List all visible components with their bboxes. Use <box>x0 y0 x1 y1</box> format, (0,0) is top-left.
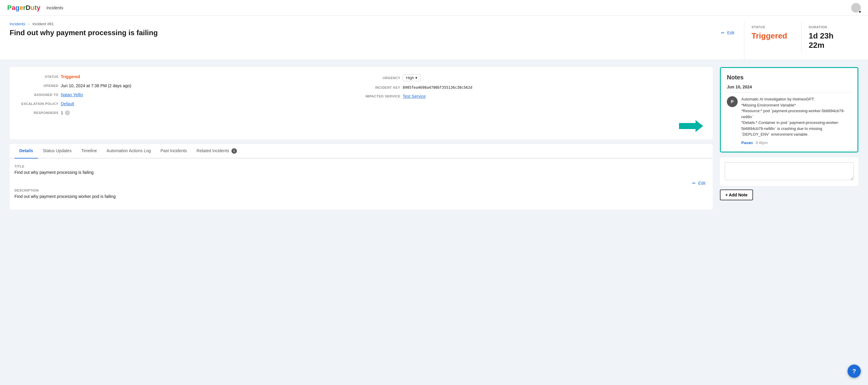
help-fab-button[interactable]: ? <box>847 364 861 378</box>
description-field-label: DESCRIPTION <box>14 189 708 192</box>
impacted-service-field-label: IMPACTED SERVICE <box>361 94 400 98</box>
tab-details-label: Details <box>19 148 33 153</box>
note-author-row: Pavan 8:46pm <box>741 140 851 146</box>
info-right-column: URGENCY High ▾ INCIDENT KEY 8905fea4698a… <box>361 74 703 115</box>
note-item: P Automatic AI Investigation by HolmesGP… <box>727 96 851 146</box>
description-edit-button[interactable]: Edit <box>690 180 708 187</box>
note-text-line2: *Missing Environment Variable* <box>741 102 851 108</box>
incident-header: Incidents › Incident #81 Find out why pa… <box>0 15 868 60</box>
title-field-label: TITLE <box>14 164 708 168</box>
escalation-field-label: ESCALATION POLICY <box>19 102 58 105</box>
status-value: Triggered <box>751 31 794 41</box>
urgency-dropdown[interactable]: High ▾ <box>403 74 421 81</box>
info-row-incident-key: INCIDENT KEY 8905fea4698a4780bf355136c30… <box>361 86 703 90</box>
nav-incidents[interactable]: Incidents <box>46 5 63 10</box>
avatar-status-dot <box>858 10 861 13</box>
opened-field-value: Jun 10, 2024 at 7:38 PM (2 days ago) <box>61 83 131 88</box>
escalation-field-value[interactable]: Default <box>61 101 74 106</box>
tab-timeline[interactable]: Timeline <box>76 144 102 159</box>
duration-section: DURATION 1d 23h 22m <box>801 22 858 54</box>
tab-automation-actions[interactable]: Automation Actions Log <box>102 144 156 159</box>
tabs-navigation: Details Status Updates Timeline Automati… <box>10 144 713 159</box>
duration-value: 1d 23h 22m <box>809 31 851 50</box>
notes-card: Notes Jun 10, 2024 P Automatic AI Invest… <box>720 67 858 153</box>
breadcrumb-incident-number: Incident #81 <box>32 22 54 26</box>
incident-header-left: Incidents › Incident #81 Find out why pa… <box>10 22 744 43</box>
responders-field-value: 1 ? <box>61 110 70 115</box>
urgency-value: High <box>406 75 414 80</box>
status-field-value: Triggered <box>61 74 80 79</box>
tab-related-incidents[interactable]: Related Incidents 0 <box>192 144 242 159</box>
note-text-line4: *Details:* Container in pod `payment-pro… <box>741 120 851 137</box>
responders-count: 1 <box>61 110 63 115</box>
breadcrumb-separator: › <box>28 22 30 26</box>
incident-header-right: STATUS Triggered DURATION 1d 23h 22m <box>744 22 858 60</box>
assigned-field-label: ASSIGNED TO <box>19 93 58 97</box>
tab-past-incidents-label: Past Incidents <box>160 148 187 153</box>
avatar[interactable] <box>851 3 861 13</box>
description-field-section: Edit DESCRIPTION Find out why payment pr… <box>14 180 708 199</box>
note-timestamp: 8:46pm <box>756 141 768 145</box>
note-author-name[interactable]: Pavan <box>741 140 753 145</box>
incident-info-card: STATUS Triggered OPENED Jun 10, 2024 at … <box>10 67 713 139</box>
notes-date: Jun 10, 2024 <box>727 85 851 93</box>
pencil-icon <box>721 30 726 35</box>
notes-panel: Notes Jun 10, 2024 P Automatic AI Invest… <box>720 67 858 378</box>
page-container: Incidents › Incident #81 Find out why pa… <box>0 15 868 385</box>
tabs-card: Details Status Updates Timeline Automati… <box>10 144 713 210</box>
tab-details-content: TITLE Find out why payment processing is… <box>10 159 713 210</box>
add-note-button[interactable]: + Add Note <box>720 190 753 200</box>
info-row-status: STATUS Triggered <box>19 74 361 79</box>
edit-button-label: Edit <box>727 30 734 35</box>
incident-title: Find out why payment processing is faili… <box>10 29 158 37</box>
content-wrapper: STATUS Triggered OPENED Jun 10, 2024 at … <box>0 60 868 385</box>
info-row-urgency: URGENCY High ▾ <box>361 74 703 81</box>
tab-automation-actions-label: Automation Actions Log <box>106 148 151 153</box>
status-section: STATUS Triggered <box>744 22 801 54</box>
incident-edit-button[interactable]: Edit <box>719 29 737 36</box>
incident-key-field-value: 8905fea4698a4780bf355136c30c562d <box>403 86 472 90</box>
opened-field-label: OPENED <box>19 84 58 88</box>
note-text-line1: Automatic AI Investigation by HolmesGPT: <box>741 96 851 102</box>
chevron-down-icon: ▾ <box>415 75 417 80</box>
info-row-responders: RESPONDERS 1 ? <box>19 110 361 115</box>
top-navigation: PagerDuty Incidents <box>0 0 868 15</box>
info-grid: STATUS Triggered OPENED Jun 10, 2024 at … <box>19 74 703 115</box>
description-header-row: Edit <box>14 180 708 187</box>
note-text-line3: *Resource:* pod `payment-processing-work… <box>741 108 851 120</box>
description-pencil-icon <box>692 181 697 186</box>
tab-details[interactable]: Details <box>14 144 38 159</box>
related-incidents-badge: 0 <box>231 148 237 154</box>
notes-textarea[interactable] <box>725 162 854 180</box>
urgency-field-label: URGENCY <box>361 76 400 80</box>
note-author-avatar: P <box>727 96 738 107</box>
notes-input-area <box>720 157 858 186</box>
info-row-assigned: ASSIGNED TO Natan Yellin <box>19 92 361 97</box>
notes-title: Notes <box>727 74 851 81</box>
info-row-opened: OPENED Jun 10, 2024 at 7:38 PM (2 days a… <box>19 83 361 88</box>
status-label: STATUS <box>751 25 794 29</box>
breadcrumb: Incidents › Incident #81 <box>10 22 744 26</box>
tab-status-updates[interactable]: Status Updates <box>38 144 76 159</box>
note-body: Automatic AI Investigation by HolmesGPT:… <box>741 96 851 146</box>
title-field-section: TITLE Find out why payment processing is… <box>14 164 708 175</box>
breadcrumb-incidents-link[interactable]: Incidents <box>10 22 25 26</box>
info-row-impacted-service: IMPACTED SERVICE Test Service <box>361 94 703 99</box>
info-left-column: STATUS Triggered OPENED Jun 10, 2024 at … <box>19 74 361 115</box>
description-edit-label: Edit <box>698 181 706 186</box>
title-field-value: Find out why payment processing is faili… <box>14 170 708 175</box>
tab-status-updates-label: Status Updates <box>43 148 72 153</box>
svg-marker-0 <box>679 120 703 132</box>
responders-field-label: RESPONDERS <box>19 111 58 115</box>
status-field-label: STATUS <box>19 75 58 78</box>
duration-label: DURATION <box>809 25 851 29</box>
description-field-value: Find out why payment processing worker p… <box>14 194 708 199</box>
responders-help-icon[interactable]: ? <box>65 110 70 115</box>
incident-key-field-label: INCIDENT KEY <box>361 86 400 89</box>
main-content: STATUS Triggered OPENED Jun 10, 2024 at … <box>10 67 713 378</box>
impacted-service-field-value[interactable]: Test Service <box>403 94 426 99</box>
tab-past-incidents[interactable]: Past Incidents <box>156 144 192 159</box>
tab-related-incidents-label: Related Incidents <box>196 148 229 153</box>
assigned-field-value[interactable]: Natan Yellin <box>61 92 83 97</box>
info-row-escalation: ESCALATION POLICY Default <box>19 101 361 106</box>
